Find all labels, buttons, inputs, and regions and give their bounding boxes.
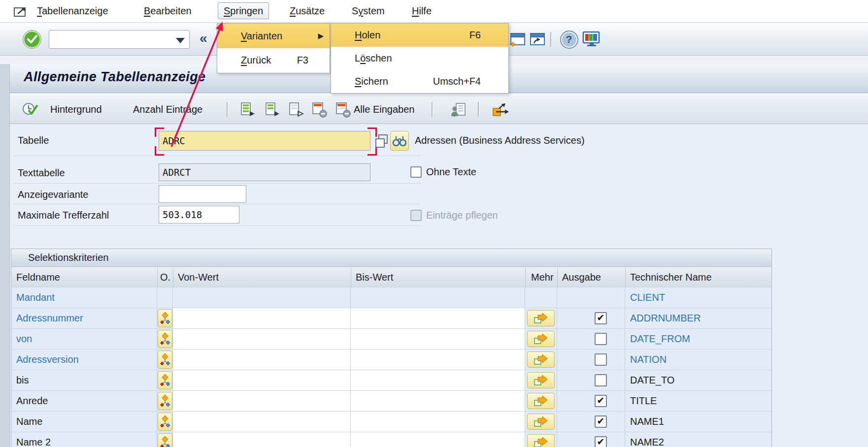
display-variant-label: Anzeigevariante	[18, 189, 88, 200]
bis-wert-input[interactable]	[351, 432, 525, 447]
output-checkbox[interactable]	[595, 374, 607, 386]
multiple-selection-button[interactable]	[527, 414, 555, 430]
menu-bearbeiten[interactable]: Bearbeiten	[138, 3, 197, 19]
background-button[interactable]: Hintergrund	[50, 95, 102, 124]
bis-wert-input[interactable]	[351, 412, 525, 432]
collapse-toolbar-icon[interactable]: «	[200, 31, 207, 46]
menu-item-sichern[interactable]: SichernUmsch+F4	[331, 70, 508, 93]
execute-icon[interactable]	[21, 101, 39, 119]
selection-options-button[interactable]	[158, 309, 172, 327]
springen-menu: Varianten▶ZurückF3	[217, 23, 330, 73]
selection-table-header: FeldnameO.Von-WertBis-WertMehrAusgabeTec…	[11, 268, 771, 288]
menu-system[interactable]: System	[346, 3, 390, 19]
toolbar-separator	[227, 102, 228, 117]
von-wert-input[interactable]	[173, 350, 351, 370]
multiple-selection-button[interactable]	[527, 310, 555, 326]
von-wert-input[interactable]	[173, 308, 351, 328]
selection-options-button[interactable]	[158, 351, 172, 369]
selection-row-name1: Name✔NAME1	[11, 412, 771, 432]
without-texts-checkbox[interactable]	[410, 166, 422, 178]
divider	[14, 156, 421, 156]
output-checkbox[interactable]	[595, 333, 607, 345]
divider	[14, 225, 421, 226]
bis-wert-input[interactable]	[351, 350, 525, 370]
output-checkbox[interactable]: ✔	[595, 415, 607, 428]
menu-functions-icon[interactable]	[13, 4, 29, 18]
new-session-icon[interactable]	[508, 30, 527, 49]
output-checkbox[interactable]: ✔	[595, 436, 607, 447]
binoculars-icon	[392, 134, 407, 147]
user-settings-icon[interactable]	[449, 101, 468, 119]
menu-zusätze[interactable]: Zusätze	[284, 3, 330, 19]
command-input[interactable]	[51, 32, 171, 47]
skip-icon[interactable]	[492, 101, 510, 119]
selection-criteria-group: Selektionskriterien FeldnameO.Von-WertBi…	[11, 249, 772, 447]
menu-item-holen[interactable]: HolenF6	[331, 24, 508, 47]
bis-wert-input[interactable]	[351, 308, 525, 328]
find-button[interactable]	[390, 131, 409, 151]
selection-row-title: Anrede✔TITLE	[11, 391, 771, 412]
count-entries-button[interactable]: Anzahl Einträge	[133, 95, 202, 124]
multiple-selection-button[interactable]	[527, 331, 555, 347]
window-left-frame	[0, 64, 10, 447]
menu-item-l-schen[interactable]: Löschen	[331, 47, 508, 70]
shortcut-label: F3	[297, 48, 308, 72]
submenu-arrow-icon: ▶	[318, 24, 324, 48]
command-field[interactable]	[49, 30, 190, 49]
menu-item-varianten[interactable]: Varianten▶	[217, 24, 330, 48]
selection-options-button[interactable]	[158, 392, 172, 410]
table-description: Adressen (Business Address Services)	[415, 135, 585, 146]
multiple-selection-button[interactable]	[527, 372, 555, 388]
technical-name: CLIENT	[625, 287, 771, 308]
table-name-input[interactable]: ADRC	[159, 131, 370, 151]
command-dropdown-icon[interactable]	[176, 38, 185, 43]
deselect-all-icon[interactable]	[287, 101, 305, 119]
bis-wert-input[interactable]	[351, 370, 525, 390]
ausgabe-cell: ✔	[557, 412, 625, 432]
multiple-selection-button[interactable]	[527, 434, 555, 447]
ausgabe-cell	[557, 329, 625, 349]
menu-tabellenanzeige[interactable]: Tabellenanzeige	[32, 3, 114, 19]
max-hits-input[interactable]: 503.018	[159, 206, 239, 224]
menu-springen[interactable]: Springen	[218, 2, 269, 19]
selection-options-button[interactable]	[158, 413, 172, 431]
multiple-selection-icon	[534, 333, 548, 345]
content-area: Tabelle ADRC Adressen (Business Address …	[10, 124, 868, 447]
von-wert-input[interactable]	[173, 391, 351, 411]
enter-button[interactable]	[22, 30, 42, 49]
von-wert-input[interactable]	[173, 412, 351, 432]
all-inputs-button[interactable]: Alle Eingaben	[354, 95, 414, 124]
multiple-selection-button[interactable]	[527, 393, 555, 409]
output-checkbox[interactable]	[595, 353, 607, 366]
column-header: Mehr	[531, 268, 554, 287]
multiple-selection-button[interactable]	[527, 351, 555, 368]
delete-selection-icon[interactable]	[310, 101, 329, 119]
customize-layout-icon[interactable]	[582, 30, 601, 49]
help-icon[interactable]: ?	[560, 30, 578, 49]
bis-wert-input[interactable]	[351, 329, 525, 349]
delete-all-selections-icon[interactable]	[334, 101, 353, 119]
table-field-label: Tabelle	[18, 135, 49, 146]
selection-options-button[interactable]	[158, 330, 172, 348]
possible-entries-icon[interactable]	[372, 132, 391, 150]
select-block-icon[interactable]	[263, 101, 282, 119]
bis-wert-input[interactable]	[351, 391, 525, 411]
select-all-icon[interactable]	[238, 101, 257, 119]
text-table-input: ADRCT	[159, 163, 370, 181]
column-header: Von-Wert	[178, 268, 219, 287]
ausgabe-cell	[557, 287, 625, 308]
display-variant-input[interactable]	[159, 185, 246, 203]
von-wert-input[interactable]	[173, 370, 351, 390]
selection-options-button[interactable]	[158, 371, 172, 389]
selection-options-icon	[160, 415, 170, 429]
von-wert-input[interactable]	[173, 329, 351, 349]
selection-options-icon	[160, 311, 170, 326]
output-checkbox[interactable]: ✔	[595, 312, 607, 324]
von-wert-input[interactable]	[173, 432, 351, 447]
menu-item-zur-ck[interactable]: ZurückF3	[217, 48, 330, 72]
mehr-cell	[525, 391, 557, 411]
output-checkbox[interactable]: ✔	[595, 395, 607, 407]
selection-options-button[interactable]	[158, 433, 172, 447]
menu-hilfe[interactable]: Hilfe	[406, 3, 437, 19]
create-shortcut-icon[interactable]	[528, 30, 547, 49]
